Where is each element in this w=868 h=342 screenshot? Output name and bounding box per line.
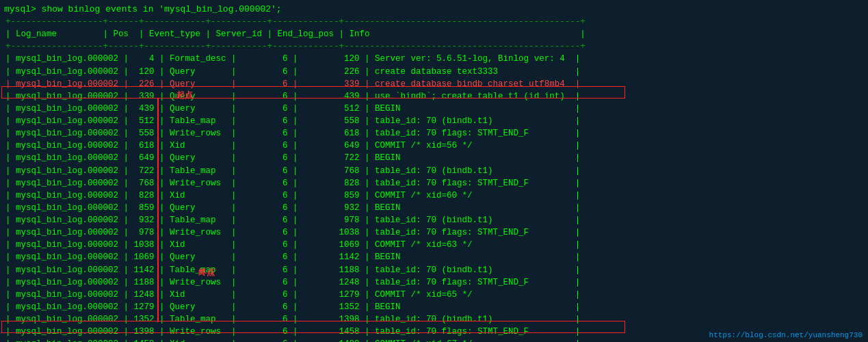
table-row: | mysql_bin_log.000002 | 226 | Query | 6… (3, 78, 865, 90)
end-annotation-label: 终点 (198, 267, 215, 278)
table-row: | mysql_bin_log.000002 | 1279 | Query | … (3, 301, 865, 313)
table-row: | mysql_bin_log.000002 | 859 | Query | 6… (3, 202, 865, 214)
table-row: | mysql_bin_log.000002 | 768 | Write_row… (3, 177, 865, 189)
table-row: | mysql_bin_log.000002 | 1069 | Query | … (3, 251, 865, 263)
table-row: | mysql_bin_log.000002 | 1188 | Write_ro… (3, 276, 865, 289)
watermark: https://blog.csdn.net/yuansheng730 (709, 331, 863, 339)
table-row: | mysql_bin_log.000002 | 1142 | Table_ma… (3, 264, 865, 276)
start-annotation-label: 起点 (176, 90, 193, 101)
table-row: | mysql_bin_log.000002 | 512 | Table_map… (3, 115, 865, 127)
table-row: | mysql_bin_log.000002 | 1352 | Table_ma… (3, 313, 865, 326)
table-row: | mysql_bin_log.000002 | 932 | Table_map… (3, 214, 865, 226)
table-row: | mysql_bin_log.000002 | 120 | Query | 6… (3, 66, 865, 78)
command-line: mysql> show binlog events in 'mysql_bin_… (1, 3, 867, 16)
table-row: | mysql_bin_log.000002 | 1038 | Xid | 6 … (3, 239, 865, 251)
table-header: | Log_name | Pos | Event_type | Server_i… (3, 28, 865, 40)
table-row: | mysql_bin_log.000002 | 828 | Xid | 6 |… (3, 189, 865, 202)
separator-mid: +------------------+------+------------+… (3, 40, 865, 53)
table-rows: | mysql_bin_log.000002 | 4 | Format_desc… (3, 53, 865, 342)
table-row: | mysql_bin_log.000002 | 4 | Format_desc… (3, 53, 865, 65)
table-row: | mysql_bin_log.000002 | 339 | Query | 6… (3, 90, 865, 103)
table-row: | mysql_bin_log.000002 | 618 | Xid | 6 |… (3, 140, 865, 152)
table-row: | mysql_bin_log.000002 | 558 | Write_row… (3, 127, 865, 140)
terminal-window: mysql> show binlog events in 'mysql_bin_… (0, 0, 868, 342)
table-row: | mysql_bin_log.000002 | 978 | Write_row… (3, 226, 865, 239)
table-container: +------------------+------+------------+… (1, 16, 867, 342)
separator-top: +------------------+------+------------+… (3, 16, 865, 28)
table-row: | mysql_bin_log.000002 | 439 | Query | 6… (3, 103, 865, 115)
table-row: | mysql_bin_log.000002 | 722 | Table_map… (3, 165, 865, 177)
table-row: | mysql_bin_log.000002 | 649 | Query | 6… (3, 152, 865, 164)
table-row: | mysql_bin_log.000002 | 1248 | Xid | 6 … (3, 289, 865, 301)
